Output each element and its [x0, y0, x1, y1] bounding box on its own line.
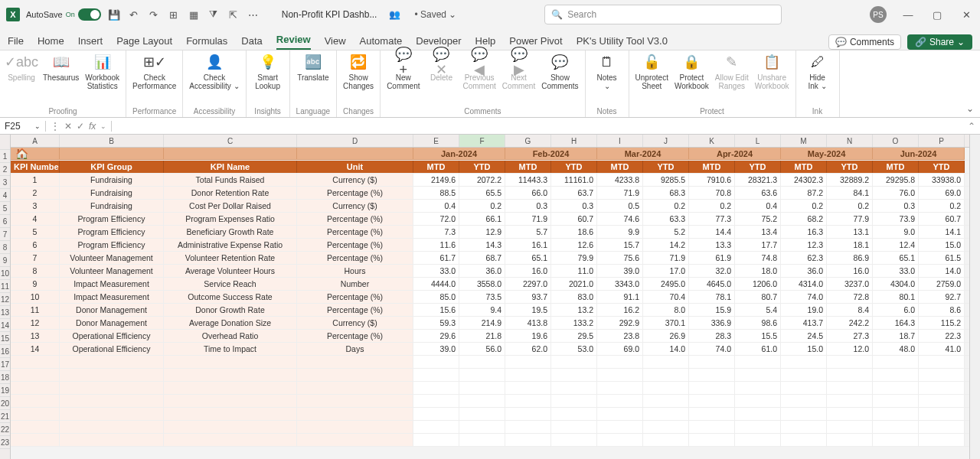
- saved-status[interactable]: • Saved ⌄: [414, 9, 456, 20]
- row-header[interactable]: 5: [0, 202, 10, 215]
- cell-empty[interactable]: [781, 356, 827, 368]
- cell-empty[interactable]: [60, 356, 164, 368]
- cell-empty[interactable]: [297, 434, 413, 446]
- ribbon-show-button[interactable]: 🔁ShowChanges: [343, 54, 374, 90]
- cell-value[interactable]: 15.9: [689, 304, 735, 316]
- cell-value[interactable]: 61.9: [689, 252, 735, 264]
- cell-empty[interactable]: [60, 434, 164, 446]
- cell-value[interactable]: 24302.3: [781, 174, 827, 186]
- cell-empty[interactable]: [164, 369, 297, 381]
- cell-value[interactable]: 2149.6: [413, 174, 459, 186]
- cell-value[interactable]: 16.0: [827, 265, 873, 277]
- col-header-M[interactable]: M: [781, 135, 827, 147]
- cell-empty[interactable]: [735, 408, 781, 420]
- cell-kpi-number[interactable]: 12: [11, 317, 60, 329]
- cell-kpi-number[interactable]: 1: [11, 174, 60, 186]
- ribbon-collapse-icon[interactable]: ⌄: [966, 103, 974, 114]
- row-header[interactable]: 4: [0, 189, 10, 202]
- cell-value[interactable]: 15.0: [781, 343, 827, 355]
- avatar[interactable]: PS: [870, 6, 887, 23]
- cell-value[interactable]: 62.0: [505, 343, 551, 355]
- cell-value[interactable]: 18.7: [873, 330, 919, 342]
- cell-value[interactable]: 56.0: [459, 343, 505, 355]
- cell-value[interactable]: 5.4: [735, 304, 781, 316]
- share-qat-icon[interactable]: ⇱: [227, 8, 240, 21]
- cell-value[interactable]: 84.1: [827, 187, 873, 199]
- cell-value[interactable]: 91.1: [597, 291, 643, 303]
- filter-icon[interactable]: ⧩: [207, 8, 220, 21]
- cell-value[interactable]: 78.1: [689, 291, 735, 303]
- col-header-F[interactable]: F: [459, 135, 505, 147]
- cell-kpi-name[interactable]: Total Funds Raised: [164, 174, 297, 186]
- cell-value[interactable]: 9.0: [873, 226, 919, 238]
- cell-kpi-name[interactable]: Beneficiary Growth Rate: [164, 226, 297, 238]
- cell-value[interactable]: 33.0: [873, 265, 919, 277]
- cell-empty[interactable]: [297, 395, 413, 407]
- cell-unit[interactable]: Percentage (%): [297, 304, 413, 316]
- ribbon-smart-button[interactable]: 💡SmartLookup: [253, 54, 283, 90]
- cell-kpi-group[interactable]: Program Efficiency: [60, 226, 164, 238]
- ribbon-workbook-button[interactable]: 📊WorkbookStatistics: [85, 54, 119, 90]
- cell-value[interactable]: 4645.0: [689, 278, 735, 290]
- cell-empty[interactable]: [689, 434, 735, 446]
- cell-empty[interactable]: [827, 382, 873, 394]
- cell-value[interactable]: 33938.0: [919, 174, 965, 186]
- cell-value[interactable]: 16.3: [781, 226, 827, 238]
- file-name[interactable]: Non-Profit KPI Dashb...: [282, 9, 377, 20]
- row-header[interactable]: 3: [0, 176, 10, 189]
- cell-value[interactable]: 22.3: [919, 330, 965, 342]
- cell-empty[interactable]: [781, 408, 827, 420]
- cell-empty[interactable]: [689, 408, 735, 420]
- cell-empty[interactable]: [413, 434, 459, 446]
- cell-value[interactable]: 33.0: [413, 265, 459, 277]
- cell-value[interactable]: 5.7: [505, 226, 551, 238]
- autosave-toggle[interactable]: AutoSave On: [26, 8, 101, 21]
- col-header-G[interactable]: G: [505, 135, 551, 147]
- cell-empty[interactable]: [919, 395, 965, 407]
- cell-value[interactable]: 12.3: [781, 239, 827, 251]
- scrollbar-vertical[interactable]: [969, 135, 980, 459]
- cell-empty[interactable]: [505, 421, 551, 433]
- row-header[interactable]: 15: [0, 332, 10, 345]
- cell-value[interactable]: 17.0: [643, 265, 689, 277]
- cell-empty[interactable]: [643, 408, 689, 420]
- cell-value[interactable]: 3343.0: [597, 278, 643, 290]
- ribbon-hide-button[interactable]: 🖊HideInk ⌄: [802, 54, 833, 90]
- ribbon-new-button[interactable]: 💬+NewComment: [387, 54, 420, 90]
- cell-value[interactable]: 68.7: [459, 252, 505, 264]
- ribbon-check-button[interactable]: 👤CheckAccessibility ⌄: [189, 54, 239, 90]
- cell-empty[interactable]: [551, 434, 597, 446]
- undo-icon[interactable]: ↶: [127, 8, 141, 21]
- cell-empty[interactable]: [297, 421, 413, 433]
- cell-value[interactable]: 60.7: [551, 213, 597, 225]
- fx-icon[interactable]: fx: [89, 121, 96, 132]
- cell-empty[interactable]: [597, 408, 643, 420]
- cell-value[interactable]: 15.5: [735, 330, 781, 342]
- cell-value[interactable]: 24.5: [781, 330, 827, 342]
- cell-value[interactable]: 164.3: [873, 317, 919, 329]
- cell-value[interactable]: 61.5: [919, 252, 965, 264]
- cell-empty[interactable]: [919, 369, 965, 381]
- cell-empty[interactable]: [551, 408, 597, 420]
- cell-value[interactable]: 36.0: [781, 265, 827, 277]
- cell-value[interactable]: 8.4: [827, 304, 873, 316]
- cell-value[interactable]: 0.2: [781, 200, 827, 212]
- cell-value[interactable]: 88.5: [413, 187, 459, 199]
- cell-value[interactable]: 0.2: [919, 200, 965, 212]
- cell-empty[interactable]: [597, 382, 643, 394]
- cell-value[interactable]: 41.0: [919, 343, 965, 355]
- cell-empty[interactable]: [873, 395, 919, 407]
- cell-value[interactable]: 15.7: [597, 239, 643, 251]
- cell-kpi-name[interactable]: Donor Retention Rate: [164, 187, 297, 199]
- row-header[interactable]: 16: [0, 345, 10, 358]
- cell-kpi-name[interactable]: Volunteer Retention Rate: [164, 252, 297, 264]
- cell-empty[interactable]: [873, 369, 919, 381]
- cell-empty[interactable]: [919, 434, 965, 446]
- cell-kpi-group[interactable]: Donor Management: [60, 304, 164, 316]
- cell-value[interactable]: 13.3: [689, 239, 735, 251]
- cell-unit[interactable]: Percentage (%): [297, 239, 413, 251]
- cell-empty[interactable]: [781, 382, 827, 394]
- cell-unit[interactable]: Percentage (%): [297, 226, 413, 238]
- cell-value[interactable]: 92.7: [919, 291, 965, 303]
- cell-value[interactable]: 14.3: [459, 239, 505, 251]
